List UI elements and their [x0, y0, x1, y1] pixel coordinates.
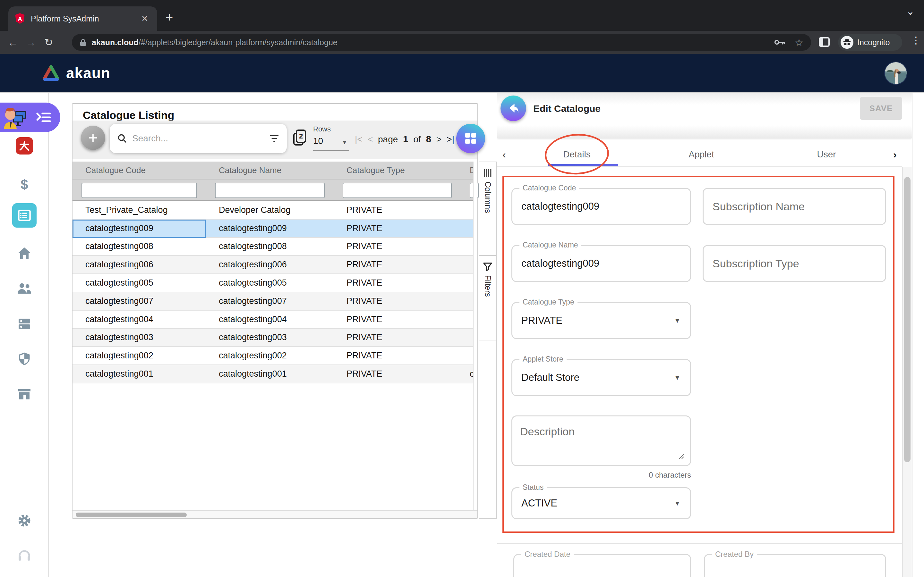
- table-row[interactable]: catalogtesting003catalogtesting003PRIVAT…: [73, 329, 477, 347]
- shield-icon: [17, 351, 31, 367]
- description-field[interactable]: [511, 416, 691, 466]
- filter-input-type[interactable]: [342, 183, 452, 198]
- funnel-icon: [483, 262, 493, 271]
- table-row[interactable]: catalogtesting002catalogtesting002PRIVAT…: [73, 347, 477, 365]
- storefront-icon: [17, 387, 32, 401]
- catalogue-name-field[interactable]: Catalogue Name: [511, 245, 691, 282]
- sidebar-item-home[interactable]: [0, 246, 49, 260]
- status-field[interactable]: Status ACTIVE ▼: [511, 487, 691, 519]
- table-row[interactable]: Test_Private_CatalogDeveloper CatalogPRI…: [73, 201, 477, 219]
- dropdown-caret-icon[interactable]: ▼: [674, 500, 680, 507]
- sidebar-item-catalogue-active[interactable]: [0, 203, 49, 227]
- reload-icon[interactable]: ↻: [40, 36, 58, 48]
- column-header-description[interactable]: De: [461, 165, 473, 175]
- tab-user[interactable]: User: [817, 149, 836, 160]
- side-panel-icon[interactable]: [819, 37, 830, 47]
- forward-icon[interactable]: →: [22, 37, 40, 48]
- table-row[interactable]: catalogtesting007catalogtesting007PRIVAT…: [73, 292, 477, 311]
- tabs-scroll-right-icon[interactable]: ›: [893, 149, 897, 161]
- catalogue-code-input[interactable]: [521, 201, 672, 212]
- columns-toggle[interactable]: Columns: [479, 162, 496, 256]
- tab-close-icon[interactable]: ✕: [139, 14, 151, 24]
- scrollbar-thumb[interactable]: [76, 513, 187, 517]
- panel-scrollbar[interactable]: [902, 167, 912, 577]
- next-page-button[interactable]: >: [436, 134, 441, 145]
- search-input[interactable]: [132, 133, 270, 143]
- dropdown-caret-icon[interactable]: ▼: [674, 374, 680, 382]
- resize-handle-icon[interactable]: [678, 454, 684, 459]
- sidebar-item-users[interactable]: [0, 282, 49, 295]
- table-vertical-scrollbar[interactable]: [473, 161, 477, 512]
- column-header-code[interactable]: Catalogue Code: [73, 165, 206, 175]
- add-catalogue-button[interactable]: +: [81, 126, 105, 150]
- sidebar-item-support[interactable]: [0, 549, 49, 562]
- back-icon[interactable]: ←: [4, 37, 22, 48]
- applet-store-field[interactable]: Applet Store Default Store ▼: [511, 359, 691, 396]
- table-row-selected[interactable]: catalogtesting009catalogtesting009PRIVAT…: [73, 219, 477, 238]
- table-row[interactable]: catalogtesting006catalogtesting006PRIVAT…: [73, 256, 477, 274]
- grid-view-button[interactable]: [456, 124, 485, 153]
- sidebar-item-sysadmin-active[interactable]: [0, 103, 60, 132]
- status-value: ACTIVE: [521, 498, 672, 509]
- page-scrollbar-track[interactable]: [912, 93, 924, 577]
- sidebar-item-store[interactable]: [0, 387, 49, 401]
- rows-caret-icon[interactable]: ▼: [342, 140, 347, 145]
- duplicate-pages-icon[interactable]: 2: [293, 129, 307, 147]
- pagination: |< < page 1 of 8 > >|: [355, 134, 454, 145]
- panel-header: Edit Catalogue SAVE: [497, 93, 912, 138]
- browser-menu-icon[interactable]: ⋮: [911, 35, 921, 46]
- subscription-type-field[interactable]: [703, 245, 886, 282]
- chevron-down-icon[interactable]: ⌄: [906, 5, 915, 17]
- sysadmin-avatar-icon: [3, 105, 31, 130]
- scrollbar-thumb[interactable]: [904, 177, 911, 462]
- sidebar-item-dahua-app[interactable]: [0, 137, 49, 155]
- subscription-name-field[interactable]: [703, 188, 886, 225]
- table-row[interactable]: catalogtesting004catalogtesting004PRIVAT…: [73, 311, 477, 329]
- search-box[interactable]: [110, 124, 287, 153]
- table-horizontal-scrollbar[interactable]: [73, 510, 477, 518]
- sidebar-item-billing[interactable]: $: [0, 177, 49, 192]
- column-header-type[interactable]: Catalogue Type: [334, 165, 461, 175]
- first-page-button[interactable]: |<: [355, 134, 363, 145]
- catalogue-type-field[interactable]: Catalogue Type PRIVATE ▼: [511, 302, 691, 339]
- filter-list-icon[interactable]: [270, 134, 279, 143]
- brand-name: akaun: [66, 64, 110, 82]
- subscription-type-input[interactable]: [712, 258, 867, 270]
- save-button[interactable]: SAVE: [860, 97, 902, 120]
- dropdown-caret-icon[interactable]: ▼: [674, 317, 680, 324]
- sidebar-item-settings[interactable]: [0, 513, 49, 528]
- sidebar-item-security[interactable]: [0, 351, 49, 367]
- tab-applet[interactable]: Applet: [688, 149, 714, 160]
- rows-per-page-select[interactable]: 10: [313, 136, 323, 146]
- bookmark-star-icon[interactable]: ☆: [795, 37, 803, 48]
- table-row[interactable]: catalogtesting005catalogtesting005PRIVAT…: [73, 274, 477, 292]
- back-button[interactable]: [501, 95, 526, 121]
- column-header-name[interactable]: Catalogue Name: [206, 165, 334, 175]
- description-textarea[interactable]: [520, 425, 680, 461]
- subscription-name-input[interactable]: [712, 200, 867, 213]
- prev-page-button[interactable]: <: [368, 134, 373, 145]
- tabs-scroll-left-icon[interactable]: ‹: [502, 149, 506, 161]
- filter-input-code[interactable]: [81, 183, 197, 198]
- new-tab-icon[interactable]: +: [166, 10, 173, 25]
- last-page-button[interactable]: >|: [447, 134, 454, 145]
- page-total: 8: [426, 134, 431, 145]
- table-row[interactable]: catalogtesting001catalogtesting001PRIVAT…: [73, 365, 477, 384]
- selected-cell-outline: [73, 219, 206, 238]
- catalogue-listing-card: Catalogue Listing + 2 Rows 10 ▼ |< < pag…: [72, 103, 478, 519]
- active-tab-underline: [548, 164, 618, 166]
- table-row[interactable]: catalogtesting008catalogtesting008PRIVAT…: [73, 238, 477, 256]
- url-bar[interactable]: akaun.cloud/#/applets/bigledger/akaun-pl…: [72, 34, 811, 51]
- key-icon[interactable]: [774, 39, 786, 46]
- tab-details[interactable]: Details: [563, 149, 591, 160]
- filters-toggle[interactable]: Filters: [479, 256, 496, 340]
- catalogue-code-field[interactable]: Catalogue Code: [511, 188, 691, 225]
- catalogue-name-input[interactable]: [521, 258, 672, 269]
- browser-tab[interactable]: A Platform SysAdmin ✕: [8, 6, 157, 31]
- search-icon: [118, 134, 127, 143]
- dns-icon: [17, 317, 32, 331]
- user-avatar[interactable]: [884, 61, 907, 85]
- filter-input-name[interactable]: [215, 183, 325, 198]
- sidebar-item-servers[interactable]: [0, 317, 49, 331]
- grid-icon: [465, 133, 477, 144]
